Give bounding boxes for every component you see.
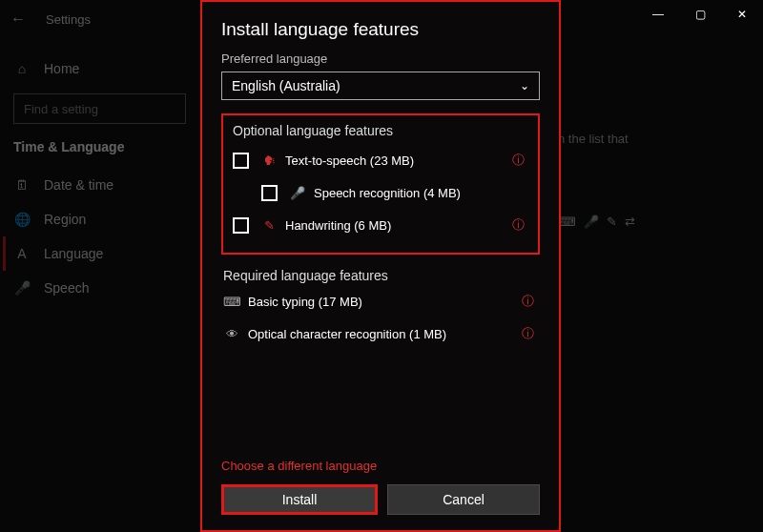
- install-language-dialog: Install language features Preferred lang…: [200, 0, 561, 532]
- nav-home[interactable]: ⌂ Home: [13, 51, 186, 86]
- pen-icon: ✎: [607, 215, 617, 229]
- language-icon: A: [13, 246, 31, 261]
- preferred-language-dropdown[interactable]: English (Australia) ⌄: [221, 72, 540, 100]
- install-button[interactable]: Install: [221, 484, 378, 515]
- preferred-language-value: English (Australia): [232, 78, 340, 93]
- language-capability-icons: ⌨ 🎤 ✎ ⇄: [558, 215, 635, 229]
- calendar-icon: 🗓: [13, 177, 31, 193]
- required-features-label: Required language features: [223, 268, 538, 283]
- nav-date-time[interactable]: 🗓 Date & time: [13, 168, 186, 202]
- main-hint-text: n the list that: [558, 132, 635, 146]
- mic-icon: 🎤: [584, 215, 599, 229]
- nav-speech[interactable]: 🎤 Speech: [13, 271, 186, 305]
- optional-features-section: Optional language features 🗣 Text-to-spe…: [221, 113, 540, 255]
- option-tts-label: Text-to-speech (23 MB): [285, 153, 414, 168]
- nav-home-label: Home: [44, 61, 79, 76]
- option-text-to-speech[interactable]: 🗣 Text-to-speech (23 MB) ⓘ: [233, 144, 528, 176]
- chevron-down-icon: ⌄: [520, 79, 529, 92]
- home-icon: ⌂: [13, 61, 31, 76]
- option-speech-rec-label: Speech recognition (4 MB): [314, 186, 461, 200]
- nav-region[interactable]: 🌐 Region: [13, 202, 186, 236]
- option-speech-recognition[interactable]: 🎤 Speech recognition (4 MB): [233, 176, 528, 209]
- info-icon[interactable]: ⓘ: [522, 293, 534, 310]
- nav-date-time-label: Date & time: [44, 177, 113, 193]
- nav-region-label: Region: [44, 212, 86, 227]
- optional-features-label: Optional language features: [233, 123, 528, 138]
- info-icon[interactable]: ⓘ: [512, 216, 525, 234]
- minimize-button[interactable]: —: [637, 0, 679, 29]
- window-title: Settings: [46, 12, 91, 27]
- checkbox-handwriting[interactable]: [233, 217, 249, 234]
- info-icon[interactable]: ⓘ: [512, 152, 525, 169]
- info-icon[interactable]: ⓘ: [522, 325, 534, 342]
- search-input[interactable]: Find a setting: [13, 93, 186, 124]
- choose-different-language-link[interactable]: Choose a different language: [221, 459, 540, 473]
- required-ocr: 👁 Optical character recognition (1 MB) ⓘ: [223, 317, 538, 350]
- nav-speech-label: Speech: [44, 280, 89, 296]
- cancel-button[interactable]: Cancel: [387, 484, 540, 515]
- preferred-language-label: Preferred language: [221, 51, 540, 66]
- keyboard-icon: ⌨: [223, 295, 240, 309]
- handwriting-icon: ✎: [260, 218, 278, 233]
- back-button[interactable]: ←: [10, 10, 27, 28]
- microphone-icon: 🎤: [13, 280, 31, 296]
- search-placeholder: Find a setting: [24, 102, 98, 116]
- tts-icon: 🗣: [260, 153, 278, 168]
- option-handwriting-label: Handwriting (6 MB): [285, 218, 391, 233]
- required-basic-typing: ⌨ Basic typing (17 MB) ⓘ: [223, 285, 538, 317]
- checkbox-speech-rec[interactable]: [261, 185, 278, 201]
- maximize-button[interactable]: ▢: [679, 0, 721, 29]
- ocr-icon: 👁: [223, 327, 240, 341]
- option-handwriting[interactable]: ✎ Handwriting (6 MB) ⓘ: [233, 209, 528, 241]
- sync-icon: ⇄: [625, 215, 635, 229]
- nav-section-header: Time & Language: [13, 139, 186, 154]
- mic-icon: 🎤: [289, 186, 306, 200]
- required-ocr-label: Optical character recognition (1 MB): [248, 327, 446, 341]
- required-basic-typing-label: Basic typing (17 MB): [248, 295, 362, 309]
- globe-icon: 🌐: [13, 212, 31, 227]
- checkbox-tts[interactable]: [233, 153, 249, 169]
- close-button[interactable]: ✕: [721, 0, 763, 29]
- dialog-title: Install language features: [221, 19, 540, 40]
- nav-language-label: Language: [44, 246, 103, 261]
- nav-language[interactable]: A Language: [3, 236, 186, 271]
